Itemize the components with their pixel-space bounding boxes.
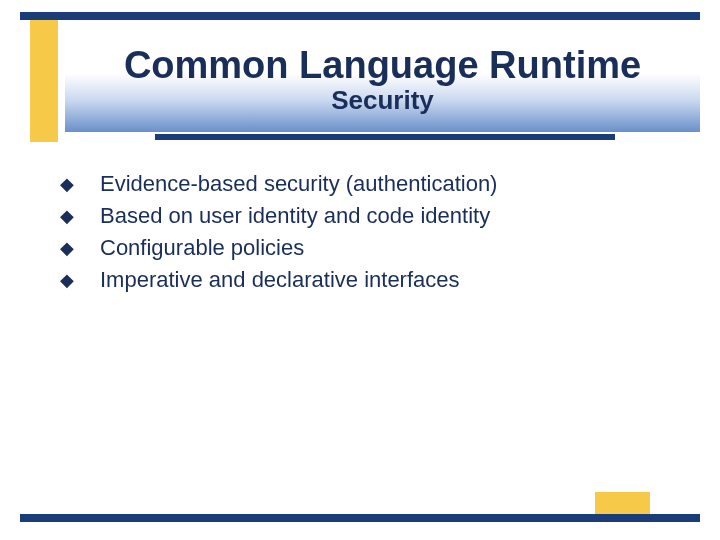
list-item: ◆ Evidence-based security (authenticatio… xyxy=(60,170,680,198)
bullet-text: Imperative and declarative interfaces xyxy=(100,266,460,294)
bottom-accent-bar xyxy=(20,514,700,522)
diamond-bullet-icon: ◆ xyxy=(60,234,100,262)
list-item: ◆ Configurable policies xyxy=(60,234,680,262)
header: Common Language Runtime Security xyxy=(65,42,700,132)
bullet-text: Configurable policies xyxy=(100,234,304,262)
diamond-bullet-icon: ◆ xyxy=(60,170,100,198)
left-accent-bar xyxy=(30,20,58,142)
content-area: ◆ Evidence-based security (authenticatio… xyxy=(60,170,680,298)
slide-title: Common Language Runtime xyxy=(65,42,700,87)
diamond-bullet-icon: ◆ xyxy=(60,202,100,230)
header-underline xyxy=(155,134,615,140)
list-item: ◆ Imperative and declarative interfaces xyxy=(60,266,680,294)
diamond-bullet-icon: ◆ xyxy=(60,266,100,294)
bottom-accent-box xyxy=(595,492,650,514)
slide-subtitle: Security xyxy=(65,85,700,116)
bullet-text: Based on user identity and code identity xyxy=(100,202,490,230)
bullet-text: Evidence-based security (authentication) xyxy=(100,170,497,198)
list-item: ◆ Based on user identity and code identi… xyxy=(60,202,680,230)
top-accent-bar xyxy=(20,12,700,20)
